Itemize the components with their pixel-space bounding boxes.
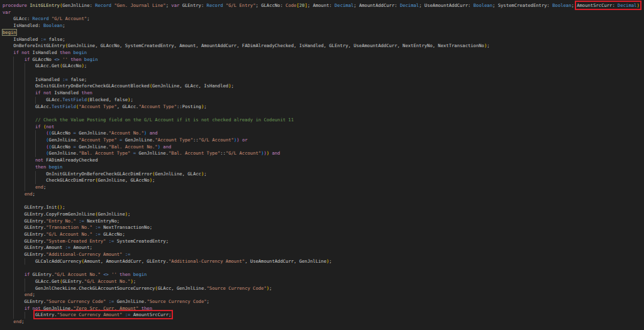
- code-line[interactable]: (GenJnlLine."Bal. Account Type" = GenJnl…: [3, 150, 644, 157]
- code-token: end: [13, 319, 21, 324]
- code-line[interactable]: GLAcc.Get(GLEntry."G/L Account No.");: [3, 278, 644, 285]
- code-token: begin: [74, 50, 87, 55]
- code-line[interactable]: ((GLAccNo = GenJnlLine."Account No.") an…: [3, 130, 644, 137]
- indent-guide: [25, 104, 25, 111]
- code-line[interactable]: (GenJnlLine."Account Type" = GenJnlLine.…: [3, 137, 644, 144]
- code-line[interactable]: // Check the Value Posting field on the …: [3, 117, 644, 124]
- code-token: [3, 124, 35, 129]
- code-token: not: [46, 124, 54, 129]
- code-token: if: [35, 90, 41, 96]
- indent-guide: [13, 265, 14, 272]
- code-token: then: [70, 57, 81, 62]
- code-line[interactable]: CheckGLAccDimError(GenJnlLine, GLAccNo);: [3, 177, 644, 184]
- code-token: ; GLAccNo:: [256, 3, 286, 8]
- code-line[interactable]: GLEntry.Init();: [3, 204, 644, 211]
- code-token: if: [25, 57, 30, 62]
- code-token: GLEntry.: [3, 218, 46, 224]
- code-line[interactable]: end;: [3, 191, 644, 198]
- code-line[interactable]: IsHandled: Boolean;: [3, 23, 644, 30]
- code-line[interactable]: GLEntry.Amount := Amount;: [3, 245, 644, 251]
- code-line[interactable]: GLEntry."Source Currency Code" := GenJnl…: [3, 299, 644, 305]
- indent-guide: [13, 231, 14, 238]
- code-token: <>: [103, 272, 109, 277]
- code-token: GenJnlLine, GLAccNo, SystemCreatedEntry,…: [68, 43, 484, 48]
- code-line[interactable]: var: [3, 9, 644, 16]
- code-token: var: [3, 9, 11, 15]
- indent-guide: [13, 90, 14, 97]
- code-token: GLAcc, GenJnlLine.: [158, 285, 207, 291]
- indent-guide: [25, 144, 25, 151]
- code-line[interactable]: [3, 70, 644, 77]
- code-token: "G/L Entry": [226, 3, 256, 8]
- code-token: GenJnlLine.: [41, 305, 74, 311]
- code-line[interactable]: if GLEntry."G/L Account No." <> '' then …: [3, 272, 644, 278]
- code-line[interactable]: end;: [3, 184, 644, 191]
- screenshot-root: { "app": { "kind": "code-editor", "langu…: [0, 0, 644, 330]
- code-line[interactable]: OnInitGLEntryOnBeforeCheckGLAccDimError(…: [3, 171, 644, 178]
- code-token: "Bal. Account Type": [79, 150, 130, 156]
- code-line[interactable]: GLEntry."Transaction No." := NextTransac…: [3, 224, 644, 231]
- indent-guide: [13, 70, 14, 77]
- code-line[interactable]: if GLAccNo <> '' then begin: [3, 57, 644, 63]
- code-line[interactable]: GLAcc.TestField("Account Type", GLAcc."A…: [3, 104, 644, 111]
- indent-guide: [25, 70, 25, 77]
- code-line[interactable]: GLEntry."Entry No." := NextEntryNo;: [3, 218, 644, 225]
- code-token: , UseAmountAddCurr, GenJnlLine: [245, 258, 326, 264]
- code-line[interactable]: GLCalcAddCurrency(Amount, AmountAddCurr,…: [3, 258, 644, 265]
- code-line[interactable]: [3, 110, 644, 117]
- indent-guide: [25, 90, 25, 97]
- code-line[interactable]: GLAcc.Get(GLAccNo);: [3, 63, 644, 70]
- code-token: ; Amount:: [308, 3, 335, 8]
- code-line[interactable]: GLEntry."G/L Account No." := GLAccNo;: [3, 231, 644, 238]
- code-token: GenJnlLine.: [76, 130, 109, 136]
- code-line[interactable]: procedure InitGLEntry(GenJnlLine: Record…: [3, 3, 644, 9]
- code-token: "Additional-Currency Amount": [46, 251, 122, 257]
- code-token: GenJnlLine, GLAcc, IsHandled: [152, 83, 228, 89]
- code-token: GenJnlLine, GLAccNo: [97, 177, 149, 183]
- code-line[interactable]: OnBeforeInitGLEntry(GenJnlLine, GLAccNo,…: [3, 43, 644, 50]
- code-token: GLEntry.CopyFromGenJnlLine: [3, 211, 95, 217]
- code-token: GenJnlLine, GLAcc: [155, 171, 201, 177]
- code-line[interactable]: GLEntry."Additional-Currency Amount" :=: [3, 251, 644, 258]
- indent-guide: [13, 218, 14, 225]
- code-line[interactable]: end;: [3, 292, 644, 299]
- code-line[interactable]: ((GLAccNo = GenJnlLine."Bal. Account No.…: [3, 144, 644, 151]
- code-line[interactable]: GLAcc: Record "G/L Account";: [3, 16, 644, 23]
- code-token: false;: [46, 36, 65, 42]
- annotation-highlight-box: GLEntry."Source Currency Amount" := Amou…: [35, 312, 171, 317]
- code-token: GLEntry.Amount: [3, 245, 65, 250]
- indent-guide: [13, 104, 14, 111]
- code-line[interactable]: GLEntry."Source Currency Amount" := Amou…: [3, 312, 644, 319]
- code-line[interactable]: end;: [3, 319, 644, 326]
- code-token: "Account Type": [79, 137, 117, 143]
- code-line[interactable]: if not IsHandled then begin: [3, 50, 644, 57]
- indent-guide: [35, 177, 36, 184]
- code-line[interactable]: IsHandled := false;: [3, 77, 644, 84]
- code-line[interactable]: begin: [3, 30, 644, 36]
- indent-guide: [13, 171, 14, 178]
- code-token: GenJnlLine.: [49, 137, 79, 143]
- code-line[interactable]: GLEntry."System-Created Entry" := System…: [3, 238, 644, 245]
- code-token: :=: [79, 218, 84, 224]
- code-line[interactable]: GLAcc.TestField(Blocked, false);: [3, 97, 644, 104]
- indent-guide: [25, 83, 25, 90]
- code-line[interactable]: then begin: [3, 164, 644, 171]
- code-line[interactable]: IsHandled := false;: [3, 36, 644, 43]
- code-line[interactable]: GLEntry.CopyFromGenJnlLine(GenJnlLine);: [3, 211, 644, 218]
- code-token: (): [57, 204, 63, 210]
- code-line[interactable]: if not GenJnlLine."Zero Src. Curr. Amoun…: [3, 305, 644, 312]
- code-line[interactable]: GenJnlCheckLine.CheckGLAccountSourceCurr…: [3, 285, 644, 292]
- code-token: '': [62, 57, 68, 62]
- code-line[interactable]: if (not: [3, 124, 644, 131]
- code-line[interactable]: not FADimAlreadyChecked: [3, 157, 644, 164]
- indent-guide: [13, 312, 14, 319]
- code-line[interactable]: [3, 197, 644, 204]
- code-line[interactable]: OnInitGLEntryOnBeforeCheckGLAccountBlock…: [3, 83, 644, 90]
- code-token: "Transaction No.": [46, 224, 92, 230]
- code-line[interactable]: if not IsHandled then: [3, 90, 644, 97]
- code-token: ;: [87, 16, 89, 21]
- code-editor[interactable]: procedure InitGLEntry(GenJnlLine: Record…: [0, 0, 644, 326]
- code-token: TestField: [52, 104, 76, 109]
- code-line[interactable]: [3, 265, 644, 272]
- indent-guide: [13, 238, 14, 245]
